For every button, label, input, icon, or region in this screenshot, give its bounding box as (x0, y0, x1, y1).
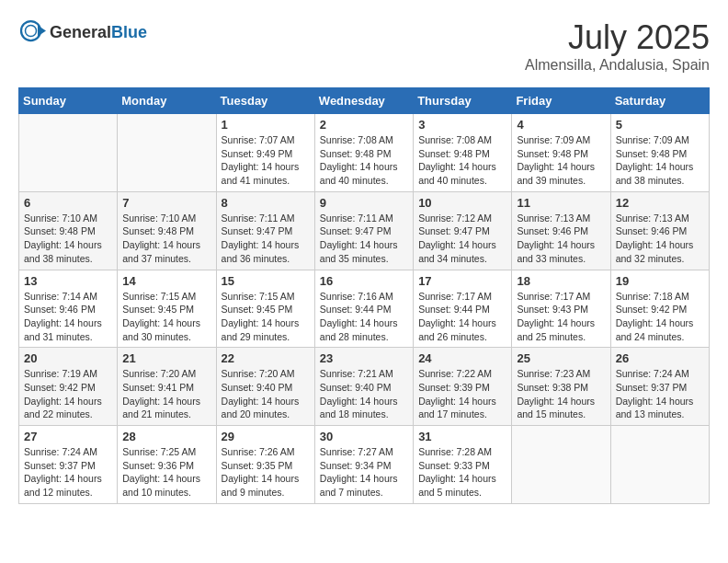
daylight-text: Daylight: 14 hours and 24 minutes. (616, 317, 694, 342)
sunrise-text: Sunrise: 7:11 AM (222, 213, 295, 224)
sunset-text: Sunset: 9:38 PM (517, 382, 588, 393)
cell-day: 24 Sunrise: 7:22 AM Sunset: 9:39 PM Dayl… (414, 348, 512, 426)
sunset-text: Sunset: 9:42 PM (24, 382, 96, 393)
sunset-text: Sunset: 9:40 PM (320, 382, 392, 393)
daylight-text: Daylight: 14 hours and 20 minutes. (222, 396, 300, 420)
day-info: Sunrise: 7:19 AM Sunset: 9:42 PM Dayligh… (24, 367, 112, 421)
daylight-text: Daylight: 14 hours and 39 minutes. (517, 161, 595, 186)
day-info: Sunrise: 7:15 AM Sunset: 9:45 PM Dayligh… (122, 290, 210, 344)
day-info: Sunrise: 7:12 AM Sunset: 9:47 PM Dayligh… (418, 212, 506, 266)
cell-day: 20 Sunrise: 7:19 AM Sunset: 9:42 PM Dayl… (19, 348, 118, 426)
day-info: Sunrise: 7:17 AM Sunset: 9:43 PM Dayligh… (517, 290, 605, 344)
sunrise-text: Sunrise: 7:13 AM (517, 213, 590, 224)
week-row-4: 20 Sunrise: 7:19 AM Sunset: 9:42 PM Dayl… (19, 348, 710, 426)
day-number: 21 (122, 351, 210, 365)
week-row-5: 27 Sunrise: 7:24 AM Sunset: 9:37 PM Dayl… (19, 426, 710, 504)
cell-day: 7 Sunrise: 7:10 AM Sunset: 9:48 PM Dayli… (118, 191, 216, 270)
page-header: GeneralBlue July 2025 Almensilla, Andalu… (18, 18, 710, 74)
logo-blue-text: Blue (111, 23, 147, 41)
daylight-text: Daylight: 14 hours and 40 minutes. (320, 161, 398, 186)
day-number: 20 (24, 351, 112, 365)
day-info: Sunrise: 7:17 AM Sunset: 9:44 PM Dayligh… (418, 290, 506, 344)
sunrise-text: Sunrise: 7:22 AM (418, 368, 492, 379)
sunset-text: Sunset: 9:48 PM (616, 148, 688, 159)
sunrise-text: Sunrise: 7:15 AM (122, 291, 196, 302)
cell-day: 14 Sunrise: 7:15 AM Sunset: 9:45 PM Dayl… (118, 270, 216, 348)
sunrise-text: Sunrise: 7:25 AM (122, 446, 196, 457)
sunset-text: Sunset: 9:37 PM (24, 460, 96, 471)
sunrise-text: Sunrise: 7:18 AM (616, 291, 689, 302)
day-info: Sunrise: 7:14 AM Sunset: 9:46 PM Dayligh… (24, 290, 112, 344)
sunset-text: Sunset: 9:39 PM (418, 382, 490, 393)
daylight-text: Daylight: 14 hours and 15 minutes. (517, 396, 595, 420)
sunrise-text: Sunrise: 7:10 AM (122, 213, 196, 224)
day-info: Sunrise: 7:07 AM Sunset: 9:49 PM Dayligh… (222, 133, 310, 188)
cell-day: 9 Sunrise: 7:11 AM Sunset: 9:47 PM Dayli… (314, 191, 413, 270)
month-title: July 2025 (525, 18, 710, 57)
day-info: Sunrise: 7:09 AM Sunset: 9:48 PM Dayligh… (517, 133, 605, 188)
sunrise-text: Sunrise: 7:24 AM (24, 446, 97, 457)
cell-day: 5 Sunrise: 7:09 AM Sunset: 9:48 PM Dayli… (610, 114, 709, 192)
sunset-text: Sunset: 9:34 PM (320, 460, 392, 471)
day-info: Sunrise: 7:08 AM Sunset: 9:48 PM Dayligh… (320, 133, 408, 188)
cell-day: 17 Sunrise: 7:17 AM Sunset: 9:44 PM Dayl… (414, 270, 512, 348)
day-number: 25 (517, 351, 605, 365)
cell-day: 12 Sunrise: 7:13 AM Sunset: 9:46 PM Dayl… (610, 191, 709, 270)
day-info: Sunrise: 7:24 AM Sunset: 9:37 PM Dayligh… (616, 367, 704, 421)
title-block: July 2025 Almensilla, Andalusia, Spain (525, 18, 710, 74)
daylight-text: Daylight: 14 hours and 5 minutes. (418, 473, 496, 498)
sunrise-text: Sunrise: 7:26 AM (222, 446, 295, 457)
daylight-text: Daylight: 14 hours and 35 minutes. (320, 239, 398, 264)
day-number: 17 (418, 274, 506, 288)
day-info: Sunrise: 7:10 AM Sunset: 9:48 PM Dayligh… (24, 212, 112, 266)
day-number: 19 (616, 274, 704, 288)
daylight-text: Daylight: 14 hours and 22 minutes. (24, 396, 102, 420)
cell-day: 4 Sunrise: 7:09 AM Sunset: 9:48 PM Dayli… (512, 114, 610, 192)
day-number: 16 (320, 274, 408, 288)
day-number: 27 (24, 430, 112, 443)
sunset-text: Sunset: 9:48 PM (122, 225, 194, 236)
sunrise-text: Sunrise: 7:17 AM (418, 291, 492, 302)
day-number: 1 (222, 118, 310, 132)
cell-day: 23 Sunrise: 7:21 AM Sunset: 9:40 PM Dayl… (314, 348, 413, 426)
sunrise-text: Sunrise: 7:28 AM (418, 446, 492, 457)
sunrise-text: Sunrise: 7:16 AM (320, 291, 393, 302)
daylight-text: Daylight: 14 hours and 38 minutes. (616, 161, 694, 186)
day-info: Sunrise: 7:15 AM Sunset: 9:45 PM Dayligh… (222, 290, 310, 344)
daylight-text: Daylight: 14 hours and 36 minutes. (222, 239, 300, 264)
sunset-text: Sunset: 9:45 PM (222, 304, 293, 315)
cell-day: 3 Sunrise: 7:08 AM Sunset: 9:48 PM Dayli… (414, 114, 512, 192)
cell-day: 19 Sunrise: 7:18 AM Sunset: 9:42 PM Dayl… (610, 270, 709, 348)
daylight-text: Daylight: 14 hours and 26 minutes. (418, 317, 496, 342)
day-info: Sunrise: 7:28 AM Sunset: 9:33 PM Dayligh… (418, 445, 506, 500)
calendar-table: Sunday Monday Tuesday Wednesday Thursday… (18, 87, 710, 504)
cell-day: 28 Sunrise: 7:25 AM Sunset: 9:36 PM Dayl… (118, 426, 216, 504)
day-info: Sunrise: 7:20 AM Sunset: 9:41 PM Dayligh… (122, 367, 210, 421)
logo-icon (18, 18, 46, 46)
sunset-text: Sunset: 9:48 PM (320, 148, 392, 159)
day-number: 6 (24, 196, 112, 210)
col-saturday: Saturday (610, 88, 709, 114)
day-number: 24 (418, 351, 506, 365)
day-number: 29 (222, 430, 310, 443)
sunset-text: Sunset: 9:46 PM (24, 304, 96, 315)
sunset-text: Sunset: 9:48 PM (418, 148, 490, 159)
cell-day: 6 Sunrise: 7:10 AM Sunset: 9:48 PM Dayli… (19, 191, 118, 270)
cell-day: 13 Sunrise: 7:14 AM Sunset: 9:46 PM Dayl… (19, 270, 118, 348)
sunset-text: Sunset: 9:47 PM (222, 225, 293, 236)
day-number: 3 (418, 118, 506, 132)
sunset-text: Sunset: 9:49 PM (222, 148, 293, 159)
cell-day (118, 114, 216, 192)
daylight-text: Daylight: 14 hours and 38 minutes. (24, 239, 102, 264)
daylight-text: Daylight: 14 hours and 21 minutes. (122, 396, 200, 420)
sunrise-text: Sunrise: 7:20 AM (222, 368, 295, 379)
cell-day: 8 Sunrise: 7:11 AM Sunset: 9:47 PM Dayli… (216, 191, 314, 270)
day-info: Sunrise: 7:08 AM Sunset: 9:48 PM Dayligh… (418, 133, 506, 188)
sunrise-text: Sunrise: 7:08 AM (418, 134, 492, 145)
col-monday: Monday (118, 88, 216, 114)
cell-day: 29 Sunrise: 7:26 AM Sunset: 9:35 PM Dayl… (216, 426, 314, 504)
daylight-text: Daylight: 14 hours and 13 minutes. (616, 396, 694, 420)
cell-day: 2 Sunrise: 7:08 AM Sunset: 9:48 PM Dayli… (314, 114, 413, 192)
day-number: 30 (320, 430, 408, 443)
sunset-text: Sunset: 9:40 PM (222, 382, 293, 393)
